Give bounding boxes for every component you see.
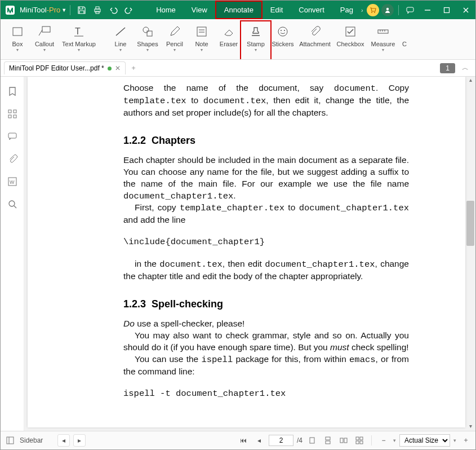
tool-pencil[interactable]: Pencil▾: [161, 23, 188, 60]
svg-rect-49: [356, 441, 359, 444]
tab-close-icon[interactable]: ✕: [115, 64, 121, 72]
main-area: W Choose the name of the document, say d…: [1, 77, 475, 431]
continuous-view-icon[interactable]: [322, 434, 334, 447]
doc-paragraph: You can use the ispell package for this,…: [123, 354, 409, 378]
svg-rect-43: [326, 437, 330, 440]
zoom-select[interactable]: Actual Size: [399, 434, 450, 447]
doc-codeblock: \include{document_chapter1}: [123, 236, 409, 248]
tool-note[interactable]: Note▾: [188, 23, 215, 60]
tool-shapes[interactable]: Shapes▾: [134, 23, 161, 60]
menu-annotate[interactable]: Annotate: [215, 1, 263, 19]
page-number-input[interactable]: [269, 435, 293, 446]
prev-page-nav-icon[interactable]: ◂: [57, 434, 70, 447]
next-page-nav-icon[interactable]: ▸: [73, 434, 86, 447]
collapse-ribbon-icon[interactable]: ︿: [459, 63, 472, 73]
doc-paragraph: You may also want to check grammar, styl…: [123, 330, 409, 354]
sidebar-toggle-icon[interactable]: [4, 434, 16, 447]
tool-checkbox[interactable]: Checkbox: [333, 23, 367, 60]
zoom-caret2-icon[interactable]: ▾: [453, 438, 456, 443]
tool-stamp[interactable]: Stamp▾: [242, 23, 269, 60]
svg-rect-27: [378, 30, 388, 33]
svg-rect-33: [8, 115, 11, 118]
svg-point-23: [278, 27, 287, 36]
menu-convert[interactable]: Convert: [291, 1, 332, 19]
svg-rect-45: [340, 438, 343, 443]
sidebar-label: Sidebar: [20, 436, 43, 444]
user-icon[interactable]: [381, 4, 394, 16]
svg-point-6: [386, 7, 389, 10]
tool-box[interactable]: Box▾: [4, 23, 31, 52]
svg-rect-46: [344, 438, 347, 443]
svg-rect-50: [360, 441, 363, 444]
redo-icon[interactable]: [121, 1, 137, 19]
annotate-ribbon: Box▾ Callout▾ T Text Markup▾ Line▾ Shape…: [1, 19, 475, 60]
doc-paragraph: First, copy template_chapter.tex to docu…: [123, 202, 409, 226]
menu-view[interactable]: View: [184, 1, 215, 19]
tool-measure[interactable]: Measure▾: [367, 23, 399, 60]
menu-overflow-icon[interactable]: ›: [361, 7, 363, 14]
tool-text-markup[interactable]: T Text Markup▾: [58, 23, 100, 52]
svg-line-39: [14, 206, 16, 208]
scroll-down-icon[interactable]: ▾: [466, 423, 474, 431]
modified-dot-icon: [108, 67, 112, 70]
tab-title: MiniTool PDF Editor User...pdf *: [9, 64, 104, 72]
undo-icon[interactable]: [105, 1, 121, 19]
svg-rect-20: [197, 27, 206, 36]
zoom-caret-icon[interactable]: ▾: [393, 438, 396, 443]
dropdown-caret-icon[interactable]: ▼: [61, 7, 66, 13]
tool-line[interactable]: Line▾: [107, 23, 134, 60]
window-close-icon[interactable]: [456, 1, 475, 19]
zoom-out-icon[interactable]: −: [377, 434, 390, 447]
tool-attachment[interactable]: Attachment: [296, 23, 333, 60]
comments-icon[interactable]: [6, 130, 19, 143]
bookmark-icon[interactable]: [6, 85, 19, 98]
vertical-scrollbar[interactable]: ▴ ▾: [466, 77, 474, 431]
tool-callout[interactable]: Callout▾: [31, 23, 58, 52]
save-icon[interactable]: [74, 1, 90, 19]
search-icon[interactable]: [6, 197, 19, 211]
first-page-icon[interactable]: ⏮: [237, 434, 250, 447]
window-minimize-icon[interactable]: [418, 1, 437, 19]
doc-paragraph: Each chapter should be included in the m…: [123, 155, 409, 202]
svg-point-25: [284, 30, 285, 31]
document-tab[interactable]: MiniTool PDF Editor User...pdf * ✕: [4, 61, 126, 74]
word-export-icon[interactable]: W: [6, 175, 19, 188]
pdf-page: Choose the name of the document, say doc…: [28, 77, 465, 427]
scroll-up-icon[interactable]: ▴: [466, 77, 474, 85]
menu-page[interactable]: Pag: [332, 1, 361, 19]
main-menu: Home View Annotate Edit Convert Pag: [148, 1, 361, 19]
app-logo-icon: [3, 3, 17, 17]
title-bar: MiniTool-Pro ▼ Home View Annotate Edit C…: [1, 1, 475, 19]
new-tab-icon[interactable]: ＋: [130, 63, 137, 73]
menu-home[interactable]: Home: [148, 1, 184, 19]
attachment-panel-icon[interactable]: [6, 152, 19, 166]
print-icon[interactable]: [90, 1, 105, 19]
svg-rect-35: [8, 133, 16, 138]
window-maximize-icon[interactable]: [437, 1, 456, 19]
svg-rect-40: [7, 437, 14, 444]
scrollbar-thumb[interactable]: [466, 201, 474, 246]
section-heading: 1.2.2Chapters: [123, 135, 409, 147]
doc-codeblock: ispell -t document_chapter1.tex: [123, 388, 409, 400]
single-page-view-icon[interactable]: [306, 434, 318, 447]
svg-text:T: T: [75, 27, 81, 36]
tool-stickers[interactable]: Stickers: [269, 23, 296, 60]
menu-edit[interactable]: Edit: [263, 1, 291, 19]
two-page-view-icon[interactable]: [337, 434, 350, 447]
svg-rect-12: [13, 28, 22, 36]
prev-page-icon[interactable]: ◂: [253, 434, 265, 447]
document-viewport[interactable]: Choose the name of the document, say doc…: [24, 77, 475, 431]
feedback-icon[interactable]: [402, 1, 418, 19]
svg-rect-9: [444, 7, 450, 12]
svg-point-18: [143, 27, 149, 33]
svg-rect-13: [42, 27, 50, 32]
svg-point-24: [281, 30, 282, 31]
shop-icon[interactable]: [367, 4, 379, 16]
svg-point-4: [371, 12, 372, 13]
two-page-cont-icon[interactable]: [353, 434, 366, 447]
page-total: /4: [297, 436, 302, 444]
zoom-in-icon[interactable]: ＋: [460, 434, 472, 447]
tool-eraser[interactable]: Eraser: [215, 23, 242, 60]
thumbnails-icon[interactable]: [6, 107, 19, 121]
tool-overflow[interactable]: C: [399, 23, 410, 60]
